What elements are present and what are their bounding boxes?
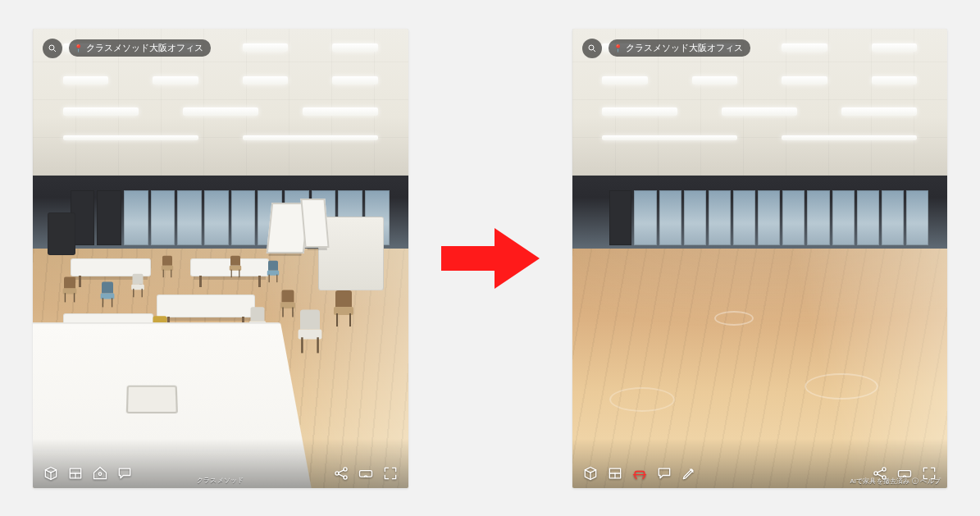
floor [33, 249, 408, 487]
location-label[interactable]: 📍 クラスメソッド大阪オフィス [609, 39, 750, 57]
footer-text: AIで家具を撤去済み ⓘ ヘルプ [572, 477, 948, 486]
search-icon[interactable] [582, 39, 602, 58]
after-panel: 📍 クラスメソッド大阪オフィス AIで家具を撤去済み ⓘ ヘルプ [572, 29, 948, 488]
location-pill[interactable]: 📍 クラスメソッド大阪オフィス [582, 39, 750, 58]
svg-marker-8 [441, 228, 540, 289]
pin-icon: 📍 [613, 44, 622, 53]
svg-point-9 [589, 45, 594, 50]
wall-band [572, 176, 948, 249]
location-pill[interactable]: 📍 クラスメソッド大阪オフィス [43, 39, 211, 58]
svg-line-1 [54, 49, 57, 52]
svg-point-3 [98, 473, 101, 475]
search-icon[interactable] [43, 39, 62, 58]
location-label[interactable]: 📍 クラスメソッド大阪オフィス [69, 39, 211, 57]
wall-band [33, 176, 408, 249]
footer-text: クラスメソッド [33, 476, 408, 485]
location-text: クラスメソッド大阪オフィス [86, 42, 203, 54]
pin-icon: 📍 [74, 44, 83, 53]
svg-line-10 [593, 49, 595, 52]
svg-point-0 [49, 45, 54, 50]
transform-arrow [441, 209, 540, 308]
floor [572, 249, 948, 487]
location-text: クラスメソッド大阪オフィス [626, 42, 743, 54]
before-panel: 📍 クラスメソッド大阪オフィス クラスメソッド [33, 29, 408, 488]
